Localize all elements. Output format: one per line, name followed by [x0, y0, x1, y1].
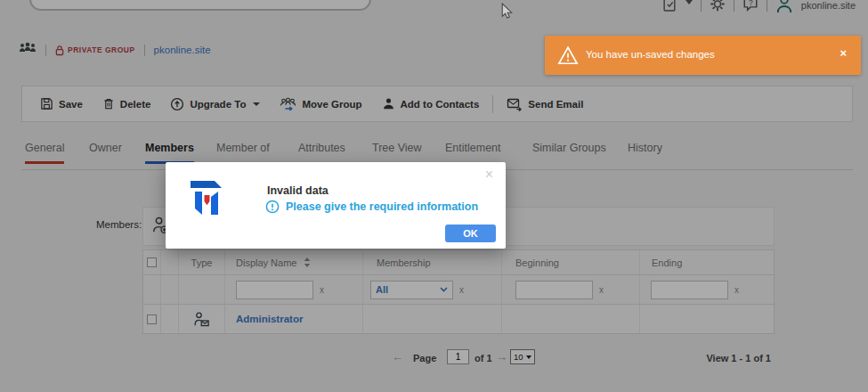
- app-logo-icon: [189, 178, 224, 217]
- dialog-message-row: Please give the required information: [265, 200, 478, 214]
- unsaved-changes-toast: You have un-saved changes ×: [545, 36, 861, 75]
- ok-button[interactable]: OK: [445, 225, 496, 242]
- warning-icon: [557, 45, 579, 65]
- invalid-data-dialog: × Invalid data Please give the required …: [166, 162, 506, 249]
- toast-message: You have un-saved changes: [586, 49, 715, 60]
- dialog-close-button[interactable]: ×: [485, 167, 493, 182]
- info-icon: [265, 200, 280, 214]
- mouse-cursor: [501, 3, 513, 20]
- toast-close-button[interactable]: ×: [840, 47, 847, 59]
- dialog-title: Invalid data: [267, 184, 329, 197]
- dialog-message: Please give the required information: [286, 200, 478, 213]
